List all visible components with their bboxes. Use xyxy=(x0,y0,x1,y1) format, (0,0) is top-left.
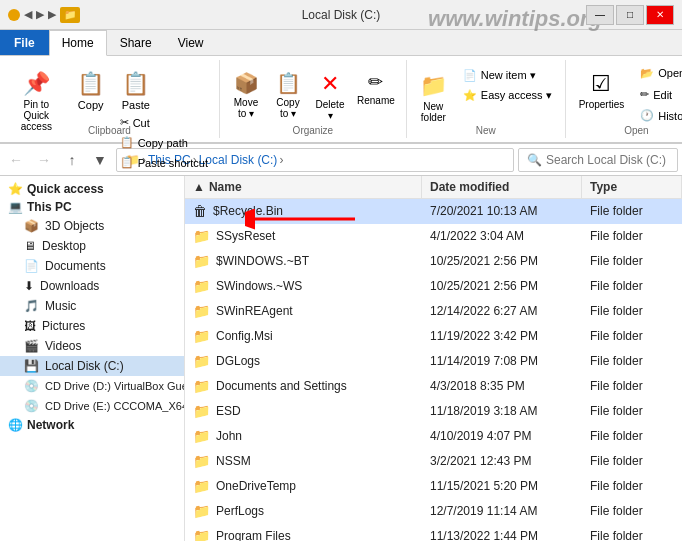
tab-view[interactable]: View xyxy=(165,30,217,55)
tab-home[interactable]: Home xyxy=(49,30,107,56)
table-row[interactable]: 📁NSSM3/2/2021 12:43 PMFile folder xyxy=(185,449,682,474)
sidebar-item-cd-drive-d[interactable]: 💿 CD Drive (D:) VirtualBox Guest A xyxy=(0,376,184,396)
table-row[interactable]: 📁DGLogs11/14/2019 7:08 PMFile folder xyxy=(185,349,682,374)
sidebar-item-local-disk-c[interactable]: 💾 Local Disk (C:) xyxy=(0,356,184,376)
move-to-button[interactable]: 📦 Moveto ▾ xyxy=(226,62,266,130)
table-row[interactable]: 📁PerfLogs12/7/2019 11:14 AMFile folder xyxy=(185,499,682,524)
cd-drive-e-icon: 💿 xyxy=(24,399,39,413)
rename-button[interactable]: ✏ Rename xyxy=(352,62,400,130)
paste-shortcut-label: Paste shortcut xyxy=(138,157,208,169)
clipboard-label: Clipboard xyxy=(0,125,219,136)
table-row[interactable]: 🗑$Recycle.Bin7/20/2021 10:13 AMFile fold… xyxy=(185,199,682,224)
col-name-header[interactable]: ▲ Name xyxy=(185,176,422,198)
col-date-header[interactable]: Date modified xyxy=(422,176,582,198)
file-rows: 🗑$Recycle.Bin7/20/2021 10:13 AMFile fold… xyxy=(185,199,682,541)
tab-share[interactable]: Share xyxy=(107,30,165,55)
table-row[interactable]: 📁Program Files11/13/2022 1:44 PMFile fol… xyxy=(185,524,682,541)
open-options: 📂 Open ▾ ✏ Edit 🕐 History xyxy=(633,62,682,125)
table-row[interactable]: 📁Config.Msi11/19/2022 3:42 PMFile folder xyxy=(185,324,682,349)
search-icon: 🔍 xyxy=(527,153,542,167)
file-type-cell: File folder xyxy=(582,302,682,320)
file-icon: 📁 xyxy=(193,528,210,541)
table-row[interactable]: 📁ESD11/18/2019 3:18 AMFile folder xyxy=(185,399,682,424)
file-name-cell: 📁PerfLogs xyxy=(185,501,422,521)
local-disk-c-label: Local Disk (C:) xyxy=(45,359,124,373)
table-row[interactable]: 📁$WINDOWS.~BT10/25/2021 2:56 PMFile fold… xyxy=(185,249,682,274)
search-box[interactable]: 🔍 xyxy=(518,148,678,172)
sidebar-item-videos[interactable]: 🎬 Videos xyxy=(0,336,184,356)
sidebar-item-network[interactable]: 🌐 Network xyxy=(0,416,184,434)
maximize-button[interactable]: □ xyxy=(616,5,644,25)
file-date-cell: 12/7/2019 11:14 AM xyxy=(422,502,582,520)
sidebar-item-desktop[interactable]: 🖥 Desktop xyxy=(0,236,184,256)
sidebar-item-this-pc[interactable]: 💻 This PC xyxy=(0,198,184,216)
file-name-cell: 📁NSSM xyxy=(185,451,422,471)
tab-file[interactable]: File xyxy=(0,30,49,55)
pin-quick-access-button[interactable]: 📌 Pin to Quickaccess xyxy=(6,64,67,132)
file-name: NSSM xyxy=(216,454,251,468)
close-button[interactable]: ✕ xyxy=(646,5,674,25)
file-type-cell: File folder xyxy=(582,502,682,520)
title-bar-icons: ◀ ▶ ▶ 📁 xyxy=(8,7,80,23)
search-input[interactable] xyxy=(546,153,669,167)
file-name-cell: 📁DGLogs xyxy=(185,351,422,371)
new-folder-button[interactable]: 📁 Newfolder xyxy=(413,64,454,132)
file-icon: 🗑 xyxy=(193,203,207,219)
desktop-icon: 🖥 xyxy=(24,239,36,253)
downloads-icon: ⬇ xyxy=(24,279,34,293)
copy-icon: 📋 xyxy=(77,73,104,95)
col-type-header[interactable]: Type xyxy=(582,176,682,198)
properties-button[interactable]: ☑ Properties xyxy=(572,62,632,130)
file-type-cell: File folder xyxy=(582,352,682,370)
table-row[interactable]: 📁SWindows.~WS10/25/2021 2:56 PMFile fold… xyxy=(185,274,682,299)
new-item-button[interactable]: 📄 New item ▾ xyxy=(456,66,559,85)
file-name: $WINDOWS.~BT xyxy=(216,254,309,268)
organize-buttons: 📦 Moveto ▾ 📋 Copyto ▾ ✕ Delete▾ ✏ Rename xyxy=(226,62,400,130)
new-folder-label: Newfolder xyxy=(421,101,446,123)
paste-button[interactable]: 📋 Paste xyxy=(115,66,157,110)
file-icon: 📁 xyxy=(193,303,210,319)
sidebar-item-cd-drive-e[interactable]: 💿 CD Drive (E:) CCCOMA_X64FRE_ xyxy=(0,396,184,416)
table-row[interactable]: 📁OneDriveTemp11/15/2021 5:20 PMFile fold… xyxy=(185,474,682,499)
open-button[interactable]: 📂 Open ▾ xyxy=(633,64,682,83)
desktop-label: Desktop xyxy=(42,239,86,253)
sidebar-item-music[interactable]: 🎵 Music xyxy=(0,296,184,316)
file-date-cell: 11/13/2022 1:44 PM xyxy=(422,527,582,541)
minimize-button[interactable]: — xyxy=(586,5,614,25)
new-group: 📁 Newfolder 📄 New item ▾ ⭐ Easy access ▾… xyxy=(407,60,566,138)
file-name: SWindows.~WS xyxy=(216,279,302,293)
file-name-cell: 📁$WINDOWS.~BT xyxy=(185,251,422,271)
sidebar-item-pictures[interactable]: 🖼 Pictures xyxy=(0,316,184,336)
cd-drive-e-label: CD Drive (E:) CCCOMA_X64FRE_ xyxy=(45,400,185,412)
paste-options: ✂ Cut 📋 Copy path 📋 Paste shortcut xyxy=(115,111,213,172)
file-name: Documents and Settings xyxy=(216,379,347,393)
sidebar-item-3d-objects[interactable]: 📦 3D Objects xyxy=(0,216,184,236)
history-label: History xyxy=(658,110,682,122)
table-row[interactable]: 📁Documents and Settings4/3/2018 8:35 PMF… xyxy=(185,374,682,399)
file-name-cell: 📁Program Files xyxy=(185,526,422,541)
easy-access-button[interactable]: ⭐ Easy access ▾ xyxy=(456,86,559,105)
table-row[interactable]: 📁SWinREAgent12/14/2022 6:27 AMFile folde… xyxy=(185,299,682,324)
window-controls[interactable]: — □ ✕ xyxy=(586,5,674,25)
file-name: SWinREAgent xyxy=(216,304,293,318)
copy-to-button[interactable]: 📋 Copyto ▾ xyxy=(268,62,308,130)
file-name: PerfLogs xyxy=(216,504,264,518)
edit-button[interactable]: ✏ Edit xyxy=(633,85,682,104)
sidebar-item-quick-access[interactable]: ⭐ Quick access xyxy=(0,180,184,198)
properties-label: Properties xyxy=(579,99,625,110)
file-icon: 📁 xyxy=(193,478,210,494)
copy-path-icon: 📋 xyxy=(120,136,134,149)
delete-button[interactable]: ✕ Delete▾ xyxy=(310,62,350,130)
paste-shortcut-button[interactable]: 📋 Paste shortcut xyxy=(115,153,213,172)
file-icon: 📁 xyxy=(193,403,210,419)
move-to-label: Moveto ▾ xyxy=(234,97,258,119)
edit-icon: ✏ xyxy=(640,88,649,101)
cd-drive-d-label: CD Drive (D:) VirtualBox Guest A xyxy=(45,380,185,392)
history-button[interactable]: 🕐 History xyxy=(633,106,682,125)
sidebar-item-documents[interactable]: 📄 Documents xyxy=(0,256,184,276)
copy-button[interactable]: 📋 Copy xyxy=(69,64,113,132)
table-row[interactable]: 📁SSysReset4/1/2022 3:04 AMFile folder xyxy=(185,224,682,249)
table-row[interactable]: 📁John4/10/2019 4:07 PMFile folder xyxy=(185,424,682,449)
music-label: Music xyxy=(45,299,76,313)
sidebar-item-downloads[interactable]: ⬇ Downloads xyxy=(0,276,184,296)
